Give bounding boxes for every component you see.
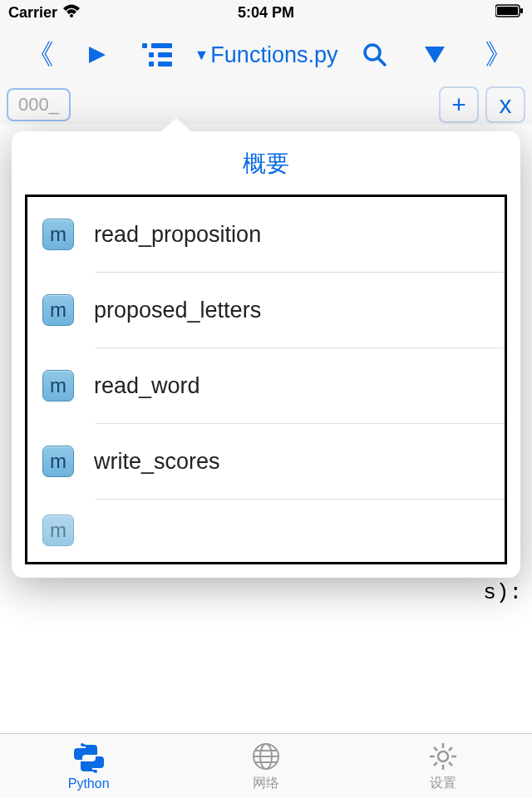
svg-rect-2 [520, 8, 523, 13]
outline-item[interactable]: m read_word [27, 348, 505, 423]
bottom-tab-label: Python [68, 776, 110, 791]
outline-icon [142, 43, 172, 66]
svg-line-18 [449, 747, 452, 751]
outline-item-label: proposed_letters [94, 298, 261, 323]
status-bar: Carrier 5:04 PM [0, 0, 532, 25]
popover-title: 概要 [12, 131, 520, 195]
bottom-tab-label: 网络 [253, 775, 279, 792]
svg-line-17 [434, 762, 437, 766]
method-badge-icon: m [42, 446, 74, 477]
outline-item-label: write_scores [94, 449, 220, 475]
outline-button[interactable] [134, 32, 180, 78]
globe-icon [251, 740, 281, 773]
dropdown-caret-icon: ▼ [195, 47, 209, 64]
code-partial: s): [3, 580, 529, 605]
svg-line-16 [449, 762, 452, 766]
method-badge-icon: m [42, 515, 74, 546]
bottom-tab-bar: Python 网络 设置 [0, 733, 532, 798]
outline-item[interactable]: m read_proposition [27, 197, 505, 272]
outline-item[interactable]: m write_scores [27, 424, 505, 499]
outline-list[interactable]: m read_proposition m proposed_letters m … [25, 195, 507, 564]
outline-item-label: read_proposition [94, 222, 261, 248]
close-tab-button[interactable]: x [485, 86, 525, 123]
outline-item-label: read_word [94, 373, 200, 399]
main-toolbar: 《 ▼ Functions.py 》 [0, 25, 532, 85]
outline-item[interactable]: m proposed_letters [27, 273, 505, 347]
next-button[interactable]: 》 [472, 32, 519, 78]
add-tab-button[interactable]: + [439, 86, 479, 123]
tab-item[interactable]: 000_ [7, 88, 71, 121]
bottom-tab-settings[interactable]: 设置 [355, 734, 532, 798]
filename-label: Functions.py [210, 42, 337, 68]
filter-button[interactable] [411, 32, 458, 78]
battery-icon [495, 4, 524, 22]
carrier-label: Carrier [8, 4, 57, 22]
bottom-tab-python[interactable]: Python [0, 734, 177, 798]
svg-point-10 [438, 751, 448, 761]
python-icon [74, 741, 104, 775]
filename-dropdown[interactable]: ▼ Functions.py [195, 42, 338, 68]
bottom-tab-label: 设置 [430, 775, 456, 792]
method-badge-icon: m [42, 219, 74, 250]
outline-item[interactable]: m [27, 500, 505, 546]
wifi-icon [62, 4, 81, 22]
status-left: Carrier [8, 4, 81, 22]
outline-popover: 概要 m read_proposition m proposed_letters… [12, 131, 520, 578]
svg-rect-1 [497, 7, 518, 15]
gear-icon [428, 740, 458, 773]
play-button[interactable] [74, 32, 121, 78]
svg-line-15 [434, 747, 437, 751]
method-badge-icon: m [42, 370, 74, 401]
status-time: 5:04 PM [238, 4, 294, 22]
popover-arrow [160, 118, 193, 133]
svg-line-4 [378, 58, 385, 65]
search-button[interactable] [352, 32, 398, 78]
method-badge-icon: m [42, 294, 74, 326]
prev-button[interactable]: 《 [13, 32, 60, 78]
bottom-tab-network[interactable]: 网络 [177, 734, 354, 798]
tab-bar: 000_ + x [0, 85, 532, 125]
